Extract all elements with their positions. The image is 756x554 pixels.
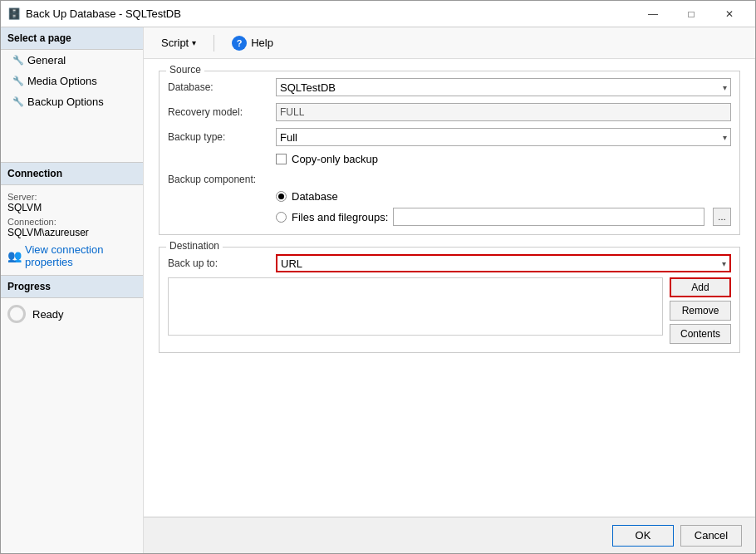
source-group-label: Source <box>166 64 204 76</box>
view-props-container: 👥 View connection properties <box>7 243 136 268</box>
progress-row: Ready <box>1 298 143 330</box>
progress-section: Progress Ready <box>1 275 143 330</box>
contents-button[interactable]: Contents <box>670 324 731 344</box>
back-up-to-value: URL <box>281 257 302 270</box>
files-radio-row: Files and filegroups: … <box>168 208 731 226</box>
sidebar-item-general-label: General <box>27 54 66 66</box>
sidebar: Select a page 🔧 General 🔧 Media Options … <box>1 27 144 553</box>
back-up-to-row: Back up to: URL ▾ <box>168 254 731 272</box>
database-radio-row[interactable]: Database <box>168 190 731 203</box>
recovery-model-value: FULL <box>276 103 731 121</box>
backup-type-label: Backup type: <box>168 131 276 143</box>
sidebar-item-backup-options[interactable]: 🔧 Backup Options <box>1 91 143 112</box>
content-area: Script ▾ ? Help Source Database: <box>144 27 755 553</box>
destination-list <box>168 277 663 336</box>
files-input[interactable] <box>393 208 704 226</box>
connection-details: Server: SQLVM Connection: SQLVM\azureuse… <box>1 185 143 275</box>
window-icon: 🗄️ <box>7 7 21 21</box>
help-icon: ? <box>232 36 247 51</box>
back-up-to-label: Back up to: <box>168 257 276 269</box>
general-icon: 🔧 <box>12 55 24 66</box>
cancel-button[interactable]: Cancel <box>680 525 742 547</box>
backup-type-value: Full <box>280 131 297 144</box>
help-label: Help <box>251 37 273 49</box>
files-radio[interactable] <box>276 212 287 223</box>
window-title: Back Up Database - SQLTestDB <box>26 7 634 20</box>
backup-component-row: Backup component: <box>168 174 731 185</box>
copy-only-label: Copy-only backup <box>292 153 378 165</box>
close-button[interactable]: ✕ <box>710 1 749 27</box>
files-radio-label: Files and filegroups: <box>292 211 388 223</box>
backup-type-arrow: ▾ <box>723 133 727 142</box>
titlebar: 🗄️ Back Up Database - SQLTestDB — □ ✕ <box>1 1 755 27</box>
sidebar-item-general[interactable]: 🔧 General <box>1 50 143 71</box>
sidebar-item-media-options-label: Media Options <box>27 75 97 87</box>
connection-section: Connection Server: SQLVM Connection: SQL… <box>1 162 143 275</box>
destination-group: Destination Back up to: URL ▾ Add Remove <box>159 247 740 353</box>
server-value: SQLVM <box>7 202 136 213</box>
database-radio[interactable] <box>276 191 287 202</box>
database-select-value: SQLTestDB <box>280 81 336 94</box>
view-props-label: View connection properties <box>25 243 136 268</box>
connection-title: Connection <box>1 162 143 185</box>
backup-type-select[interactable]: Full ▾ <box>276 128 731 146</box>
database-radio-label: Database <box>292 190 338 203</box>
progress-title: Progress <box>1 276 143 298</box>
media-options-icon: 🔧 <box>12 76 24 86</box>
window-controls: — □ ✕ <box>634 1 749 27</box>
script-button[interactable]: Script ▾ <box>154 33 204 52</box>
view-connection-properties-link[interactable]: 👥 View connection properties <box>7 243 136 268</box>
destination-group-label: Destination <box>166 240 223 252</box>
backup-options-icon: 🔧 <box>12 96 24 107</box>
copy-only-checkbox[interactable] <box>276 154 287 164</box>
footer: OK Cancel <box>144 517 755 553</box>
side-buttons: Add Remove Contents <box>670 277 731 344</box>
sidebar-item-media-options[interactable]: 🔧 Media Options <box>1 71 143 91</box>
connection-value: SQLVM\azureuser <box>7 227 136 238</box>
database-dropdown-arrow: ▾ <box>723 83 727 92</box>
connection-label: Connection: <box>7 217 136 227</box>
copy-only-row[interactable]: Copy-only backup <box>168 153 731 165</box>
destination-row: Add Remove Contents <box>168 277 731 344</box>
files-browse-button[interactable]: … <box>713 208 731 226</box>
source-group: Source Database: SQLTestDB ▾ Recovery mo… <box>159 71 740 235</box>
maximize-button[interactable]: □ <box>672 1 710 27</box>
sidebar-section-title: Select a page <box>1 27 143 50</box>
toolbar: Script ▾ ? Help <box>144 27 755 59</box>
script-label: Script <box>161 37 189 49</box>
toolbar-separator <box>214 35 214 51</box>
sidebar-items: 🔧 General 🔧 Media Options 🔧 Backup Optio… <box>1 50 143 112</box>
add-button[interactable]: Add <box>670 277 731 297</box>
script-arrow-icon: ▾ <box>192 38 196 47</box>
help-button[interactable]: ? Help <box>224 32 281 54</box>
server-label: Server: <box>7 192 136 202</box>
ok-button[interactable]: OK <box>612 525 674 547</box>
back-up-to-arrow: ▾ <box>722 259 726 268</box>
backup-type-row: Backup type: Full ▾ <box>168 128 731 146</box>
recovery-model-row: Recovery model: FULL <box>168 103 731 121</box>
progress-spinner <box>7 305 26 323</box>
database-field-label: Database: <box>168 81 276 93</box>
remove-button[interactable]: Remove <box>670 301 731 321</box>
recovery-model-label: Recovery model: <box>168 106 276 118</box>
back-up-to-select[interactable]: URL ▾ <box>276 254 731 272</box>
form-area: Source Database: SQLTestDB ▾ Recovery mo… <box>144 59 755 517</box>
minimize-button[interactable]: — <box>634 1 672 27</box>
database-row: Database: SQLTestDB ▾ <box>168 78 731 96</box>
sidebar-item-backup-options-label: Backup Options <box>27 96 104 108</box>
database-select[interactable]: SQLTestDB ▾ <box>276 78 731 96</box>
backup-component-label: Backup component: <box>168 174 276 185</box>
progress-status: Ready <box>32 308 64 321</box>
main-content: Select a page 🔧 General 🔧 Media Options … <box>1 27 755 553</box>
main-window: 🗄️ Back Up Database - SQLTestDB — □ ✕ Se… <box>0 0 756 554</box>
connection-props-icon: 👥 <box>7 249 22 262</box>
